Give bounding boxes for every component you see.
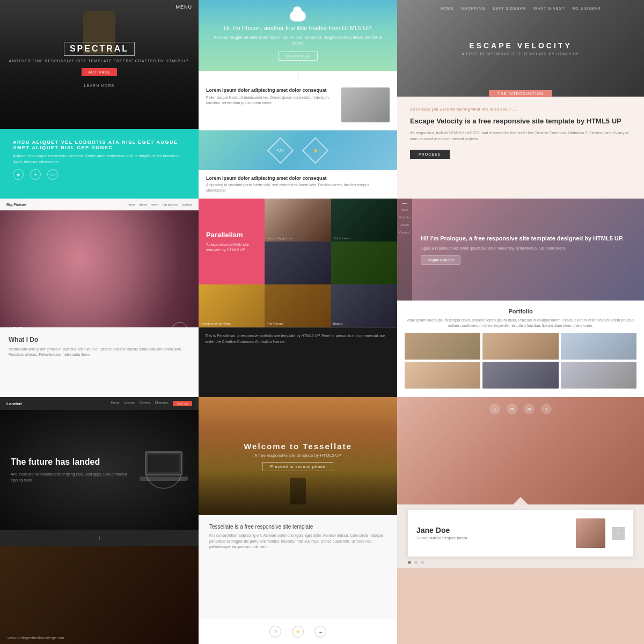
prologue-sidebar-icon1 xyxy=(402,203,407,204)
parallelism-image-face: You really got me xyxy=(265,199,331,241)
prologue-gallery xyxy=(405,333,636,389)
escape-velocity-template: HOME SHOPPING LEFT SIDEBAR WHAT GIVES? N… xyxy=(397,0,644,199)
tessellate-content-title: Tessellate is a free responsive site tem… xyxy=(209,524,386,530)
bigpicture-logo: Big Picture xyxy=(6,203,26,207)
janedoe-card-section: Jane Doe Senior Atmo/ Project Intitor › xyxy=(397,504,644,568)
photon-discover-button[interactable]: DISCOVER xyxy=(278,52,318,61)
landed-signup-button[interactable]: Sign up xyxy=(173,401,192,406)
janedoe-dot-1[interactable] xyxy=(408,561,411,564)
spectral-template: MENU SPECTRAL ANOTHER FINE RESPONSIVE SI… xyxy=(0,0,199,199)
photon-code-icon: </> xyxy=(267,137,294,163)
prologue-sidebar-portfolio[interactable]: Portfolio xyxy=(399,216,411,219)
landed-subtext: And there are no hoverboards or flying c… xyxy=(11,472,140,483)
nav-intro[interactable]: intro xyxy=(129,203,135,206)
janedoe-next-button[interactable]: › xyxy=(612,527,625,540)
janedoe-mail-icon[interactable]: ✉ xyxy=(507,404,517,414)
photon-section2-text: Adipiscing in tincidunt porta lorem veli… xyxy=(206,182,390,193)
tessellate-template: Welcome to Tessellate A free responsive … xyxy=(199,397,397,644)
prologue-gallery-item-4[interactable] xyxy=(405,362,480,389)
prologue-sidebar-contact[interactable]: Contact xyxy=(399,231,411,234)
janedoe-home-icon[interactable]: ⌂ xyxy=(489,404,500,414)
photon-greeting: Hi, I'm Photon, another fine little free… xyxy=(224,25,372,31)
janedoe-dot-2[interactable] xyxy=(414,561,418,564)
escape-nav-whatgives[interactable]: WHAT GIVES? xyxy=(533,6,565,10)
parallelism-intro: Parallelism A responsive portfolio site … xyxy=(199,199,265,284)
landed-headline: The future has landed xyxy=(11,457,140,468)
prologue-gallery-item-5[interactable] xyxy=(482,362,558,389)
landed-template: Landed Home Layouts Generic Elements Sig… xyxy=(0,397,199,644)
parallelism-pursuit-image: The Pursuit xyxy=(265,284,331,327)
tessellate-bolt-icon: ⚡ xyxy=(292,626,304,638)
nav-work[interactable]: work xyxy=(151,203,158,206)
escape-title: ESCAPE VELOCITY xyxy=(469,41,572,50)
landed-arrow-icon: ↓ xyxy=(98,534,101,541)
nav-contact[interactable]: contact xyxy=(182,203,192,206)
escape-content-text: It's responsive, built on HTML5 and CSS3… xyxy=(410,130,631,142)
nav-bigpicture[interactable]: big picture xyxy=(163,203,178,206)
spectral-menu: MENU xyxy=(176,4,193,10)
landed-nav-layouts[interactable]: Layouts xyxy=(124,401,135,406)
prologue-sidebar-about[interactable]: About xyxy=(400,223,409,226)
tessellate-content: Tessellate is a free responsive site tem… xyxy=(199,515,397,619)
nav-about[interactable]: about xyxy=(139,203,147,206)
parallelism-caption4: The Pursuit xyxy=(267,322,283,325)
parallelism-bound-image: Bound xyxy=(331,284,397,327)
janedoe-top-icons: ⌂ ✉ ✉ t xyxy=(397,404,644,414)
photon-hero-sub: Aenean feugiat mi ante amet lorem, ipsum… xyxy=(199,34,397,46)
escape-subtitle: A FREE RESPONSIVE SITE TEMPLATE BY HTML5… xyxy=(462,52,580,56)
escape-intro-tab[interactable]: THE INTRODUCTION xyxy=(489,90,552,97)
tessellate-subtitle: A free responsive site template by HTML5… xyxy=(254,453,341,458)
photon-template: Hi, I'm Photon, another fine little free… xyxy=(199,0,397,199)
landed-nav-home[interactable]: Home xyxy=(111,401,120,406)
spectral-cta-button[interactable]: ACTIVATE xyxy=(82,68,116,76)
parallelism-title: Parallelism xyxy=(206,231,257,239)
prologue-sidebar-main[interactable]: Main xyxy=(401,208,408,211)
prologue-gallery-item-1[interactable] xyxy=(405,333,480,360)
photon-section1-text: Pellentesque tincidunt malesuada leo. Do… xyxy=(206,95,336,106)
landed-nav-generic[interactable]: Generic xyxy=(140,401,151,406)
escape-nav-leftsidebar[interactable]: LEFT SIDEBAR xyxy=(493,6,526,10)
spectral-icon-heart: ♥ xyxy=(30,169,41,180)
prologue-cta-button[interactable]: Magna Aliquam xyxy=(421,255,460,265)
spectral-icon-diamond: ◆ xyxy=(13,169,24,180)
landed-scroll-down[interactable]: ↓ xyxy=(0,530,199,546)
tessellate-cloud-icon: ☁ xyxy=(314,626,326,638)
landed-website-url: www.heritagechristiancollege.com xyxy=(8,636,64,640)
parallelism-image-dark1 xyxy=(265,241,331,284)
janedoe-name: Jane Doe xyxy=(416,526,569,535)
prologue-portfolio-desc: Vitae ipsum lorem ipsum tempor dolor, po… xyxy=(405,318,636,328)
photon-bolt-icon: ⚡ xyxy=(302,137,328,163)
janedoe-dots-nav xyxy=(397,557,644,568)
janedoe-triangle-decoration xyxy=(513,497,528,504)
escape-nav-home[interactable]: HOME xyxy=(440,6,453,10)
parallelism-description: This is Parallelism, a responsive portfo… xyxy=(199,327,397,350)
janedoe-dot-3[interactable] xyxy=(421,561,424,564)
escape-nav-shopping[interactable]: SHOPPING xyxy=(461,6,485,10)
tessellate-cta-button[interactable]: Proceed to second phase xyxy=(262,462,333,471)
spectral-learn-more[interactable]: LEARN MORE xyxy=(84,84,114,87)
parallelism-subtitle: A responsive portfolio site template by … xyxy=(206,242,257,253)
parallelism-caption1: You really got me xyxy=(266,236,294,240)
janedoe-card: Jane Doe Senior Atmo/ Project Intitor › xyxy=(408,510,633,557)
bigpicture-template: Big Picture intro about work big picture… xyxy=(0,199,199,397)
prologue-template: Main Portfolio About Contact Hi! I'm Pro… xyxy=(397,199,644,397)
parallelism-wind-image: Kingdom of the Wind xyxy=(199,284,265,327)
janedoe-envelope-icon[interactable]: ✉ xyxy=(524,404,535,414)
photon-section1-title: Lorem ipsum dolor adipiscing amet dolor … xyxy=(206,87,336,93)
spectral-section-text: Aliquam et ac augue consectelur interdum… xyxy=(13,153,186,165)
prologue-gallery-item-3[interactable] xyxy=(561,333,636,360)
prologue-gallery-item-6[interactable] xyxy=(561,362,636,389)
janedoe-template: ⌂ ✉ ✉ t Jane Doe Senior Atmo/ Project In… xyxy=(397,397,644,644)
escape-nav: HOME SHOPPING LEFT SIDEBAR WHAT GIVES? N… xyxy=(397,6,644,10)
escape-nav-nosidebar[interactable]: NO SIDEBAR xyxy=(572,6,601,10)
prologue-gallery-item-2[interactable] xyxy=(482,333,558,360)
landed-hero: The future has landed And there are no h… xyxy=(0,410,199,530)
landed-nav-elements[interactable]: Elements xyxy=(155,401,169,406)
janedoe-twitter-icon[interactable]: t xyxy=(541,404,552,414)
parallelism-caption5: Bound xyxy=(333,322,342,325)
parallelism-image-dark2 xyxy=(331,241,397,284)
photon-section1-image xyxy=(341,87,390,122)
whatido-title: What I Do xyxy=(9,336,190,343)
landed-logo: Landed xyxy=(6,401,21,406)
escape-proceed-button[interactable]: PROCEED xyxy=(410,150,450,159)
